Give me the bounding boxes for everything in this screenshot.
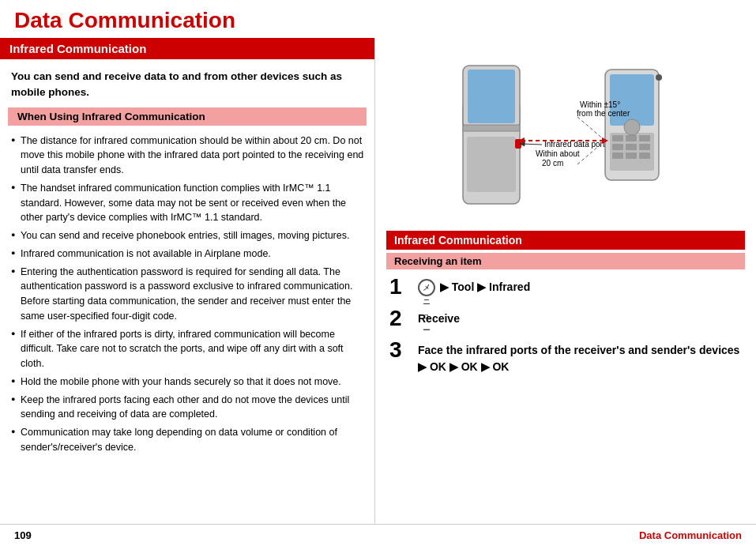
menu-icon: メニュー [418, 279, 435, 296]
right-section-header: Infrared Communication [386, 231, 745, 250]
right-column: Infrared data port [375, 38, 756, 524]
intro-text: You can send and receive data to and fro… [0, 66, 374, 107]
svg-rect-15 [612, 144, 623, 150]
svg-point-21 [624, 119, 640, 135]
step-content-2: Receive [418, 307, 460, 327]
svg-line-6 [522, 144, 542, 145]
svg-rect-16 [626, 144, 637, 150]
svg-rect-3 [463, 125, 520, 131]
bullet-list: The distance for infrared communication … [0, 132, 374, 457]
svg-rect-18 [612, 153, 623, 159]
svg-rect-14 [639, 135, 650, 141]
svg-text:from the center: from the center [577, 109, 630, 118]
svg-rect-17 [639, 144, 650, 150]
list-item: Hold the mobile phone with your hands se… [11, 373, 365, 391]
subsection-header: When Using Infrared Communication [8, 107, 367, 126]
svg-rect-2 [468, 70, 515, 123]
step-3: 3 Face the infrared ports of the receive… [386, 339, 745, 375]
main-title: Data Communication [0, 0, 756, 38]
step-1-text: Tool ▶ Infrared [452, 281, 530, 293]
step-number-3: 3 [389, 339, 413, 361]
step-1-arrow: ▶ [440, 281, 452, 293]
page-container: Data Communication Infrared Communicatio… [0, 0, 756, 546]
receiving-header: Receiving an item [386, 253, 745, 269]
page-footer: 109 Data Communication [0, 524, 756, 546]
left-section-header: Infrared Communication [0, 38, 374, 59]
svg-rect-19 [626, 153, 637, 159]
svg-rect-4 [467, 137, 516, 192]
step-2: 2 Receive [386, 307, 745, 329]
step-content-1: メニュー ▶ Tool ▶ Infrared [418, 276, 530, 296]
svg-rect-20 [639, 153, 650, 159]
svg-rect-13 [626, 135, 637, 141]
diagram-container: Infrared data port [386, 46, 745, 228]
svg-line-25 [577, 117, 605, 141]
list-item: Entering the authentication password is … [11, 263, 365, 326]
list-item: The handset infrared communication funct… [11, 179, 365, 227]
svg-text:Within ±15°: Within ±15° [580, 100, 620, 109]
page-number: 109 [14, 529, 32, 541]
svg-point-10 [656, 74, 662, 81]
list-item: If either of the infrared ports is dirty… [11, 326, 365, 373]
two-col-layout: Infrared Communication You can send and … [0, 38, 756, 524]
infrared-diagram: Infrared data port [439, 54, 692, 220]
svg-text:Within about: Within about [536, 149, 580, 158]
list-item: Communication may take long depending on… [11, 424, 365, 457]
footer-section-name: Data Communication [639, 529, 742, 541]
svg-rect-12 [612, 135, 623, 141]
list-item: The distance for infrared communication … [11, 132, 365, 179]
list-item: You can send and receive phonebook entri… [11, 227, 365, 245]
list-item: Keep the infrared ports facing each othe… [11, 391, 365, 424]
svg-text:20 cm: 20 cm [542, 159, 563, 168]
step-number-1: 1 [389, 276, 413, 298]
step-number-2: 2 [389, 307, 413, 329]
step-1: 1 メニュー ▶ Tool ▶ Infrared [386, 276, 745, 298]
step-content-3: Face the infrared ports of the receiver'… [418, 339, 742, 375]
left-column: Infrared Communication You can send and … [0, 38, 375, 524]
list-item: Infrared communication is not available … [11, 245, 365, 263]
